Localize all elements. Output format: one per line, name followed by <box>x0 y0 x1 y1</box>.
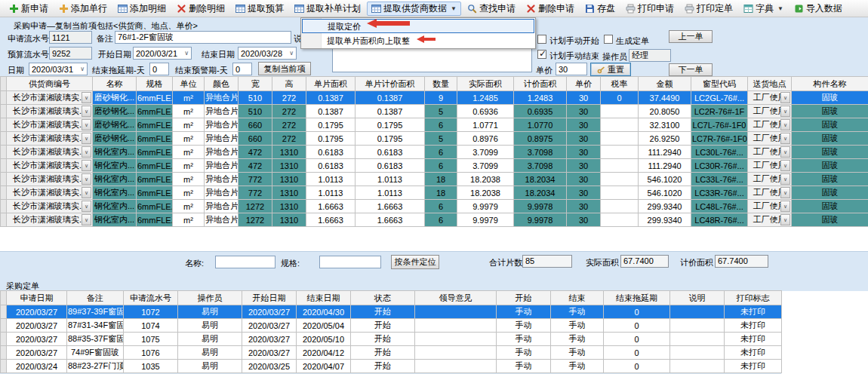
column-header-component[interactable]: 构件名称 <box>792 77 868 91</box>
chevron-down-icon[interactable]: ∨ <box>780 92 790 103</box>
column-header-start_date[interactable]: 开始日期 <box>242 291 297 305</box>
generate-order-checkbox[interactable] <box>604 35 613 44</box>
toolbar-button-extract-supplier-data[interactable]: 提取供货商数据▼ <box>367 2 461 16</box>
column-header-width[interactable]: 宽 <box>239 77 272 91</box>
manual-end-checkbox[interactable] <box>537 50 546 59</box>
column-header-tax_rate[interactable]: 税率 <box>601 77 639 91</box>
toolbar-button-add-detail[interactable]: 添加明细 <box>113 2 171 16</box>
column-header-actual_area[interactable]: 实际面积 <box>457 77 514 91</box>
filter-name-input[interactable] <box>215 256 275 268</box>
row-selector[interactable] <box>1 105 7 118</box>
cell-supplier[interactable]: 长沙市潇湘玻璃实...∨ <box>7 132 93 146</box>
chevron-down-icon[interactable]: ∨ <box>287 50 296 57</box>
column-header-unit[interactable]: 单位 <box>173 77 205 91</box>
column-header-print_flag[interactable]: 打印标志 <box>725 291 782 305</box>
row-selector[interactable] <box>1 346 7 360</box>
column-header-piece_area[interactable]: 单片面积 <box>306 77 356 91</box>
cell-supplier[interactable]: 长沙市潇湘玻璃实...∨ <box>7 173 93 186</box>
row-selector[interactable] <box>1 173 7 186</box>
menu-item-extract-pricing[interactable]: 提取定价 <box>302 19 534 33</box>
cell-delivery[interactable]: 工厂使用∨ <box>748 200 792 213</box>
row-selector[interactable] <box>1 319 7 333</box>
column-header-serial[interactable]: 申请流水号 <box>124 291 178 305</box>
cell-delivery[interactable]: 工厂使用∨ <box>748 159 792 173</box>
budget-serial-input[interactable] <box>49 47 92 60</box>
table-row[interactable]: 长沙市潇湘玻璃实...∨磨砂钢化...6mmFLE...m²异地合片660272… <box>1 132 868 146</box>
row-selector[interactable] <box>1 333 7 346</box>
column-header-req_date[interactable]: 申请日期 <box>7 291 67 305</box>
column-header-priced_area[interactable]: 计价面积 <box>514 77 567 91</box>
cell-delivery[interactable]: 工厂使用∨ <box>748 91 792 105</box>
column-header-piece_priced_area[interactable]: 单片计价面积 <box>356 77 425 91</box>
row-selector[interactable] <box>1 213 7 227</box>
chevron-down-icon[interactable]: ∨ <box>780 187 790 198</box>
toolbar-button-delete-request[interactable]: 删除申请 <box>522 2 579 16</box>
end-delay-input[interactable] <box>149 63 169 75</box>
cell-supplier[interactable]: 长沙市潇湘玻璃实...∨ <box>7 105 93 118</box>
chevron-down-icon[interactable]: ∨ <box>82 133 91 144</box>
chevron-down-icon[interactable]: ∨ <box>82 201 91 212</box>
row-selector[interactable] <box>1 118 7 132</box>
chevron-down-icon[interactable]: ∨ <box>182 50 191 57</box>
column-header-end_mode[interactable]: 结束 <box>551 291 604 305</box>
row-selector[interactable] <box>1 132 7 146</box>
chevron-down-icon[interactable]: ∨ <box>82 119 91 130</box>
row-selector[interactable] <box>1 200 7 213</box>
row-selector[interactable] <box>1 91 7 105</box>
chevron-down-icon[interactable]: ∨ <box>780 133 790 144</box>
column-header-start_mode[interactable]: 开始 <box>497 291 551 305</box>
next-order-button[interactable]: 下一单 <box>669 63 713 76</box>
filter-spec-input[interactable] <box>319 256 381 268</box>
column-header-operator[interactable]: 操作员 <box>178 291 242 305</box>
table-row[interactable]: 长沙市潇湘玻璃实...∨磨砂钢化...6mmFLE...m²异地合片660272… <box>1 118 868 132</box>
table-row[interactable]: 长沙市潇湘玻璃实...∨钢化室内...6mmFLE...m²异地合片472131… <box>1 159 868 173</box>
column-header-amount[interactable]: 金额 <box>639 77 691 91</box>
copy-current-item-button[interactable]: 复制当前项 <box>258 62 311 75</box>
column-header-height[interactable]: 高 <box>272 77 306 91</box>
chevron-down-icon[interactable]: ∨ <box>780 201 790 212</box>
column-header-remark[interactable]: 备注 <box>67 291 124 305</box>
chevron-down-icon[interactable]: ∨ <box>780 146 790 158</box>
column-header-spec[interactable]: 规格 <box>137 77 173 91</box>
chevron-down-icon[interactable]: ∨ <box>780 214 790 225</box>
chevron-down-icon[interactable]: ∨ <box>78 66 87 72</box>
column-header-leader_opinion[interactable]: 领导意见 <box>415 291 497 305</box>
chevron-down-icon[interactable]: ∨ <box>780 173 790 185</box>
table-row[interactable]: 2020/03/2774#9F窗固玻1076易明2020/03/272020/0… <box>1 346 782 360</box>
start-date-combobox[interactable]: 2020/03/21∨ <box>133 47 192 60</box>
column-header-end_delay[interactable]: 结束拖延期 <box>604 291 670 305</box>
toolbar-button-print-order[interactable]: 打印定单 <box>680 2 737 16</box>
serial-input[interactable] <box>49 31 92 44</box>
locate-by-condition-button[interactable]: 按条件定位 <box>391 255 439 269</box>
toolbar-button-dictionary[interactable]: 字典▼ <box>739 2 788 16</box>
column-header-window_code[interactable]: 窗型代码 <box>691 77 748 91</box>
column-header-qty[interactable]: 数量 <box>425 77 457 91</box>
column-header-delivery[interactable]: 送货地点 <box>748 77 792 91</box>
end-date-combobox[interactable]: 2020/03/28∨ <box>238 47 297 60</box>
cell-supplier[interactable]: 长沙市潇湘玻璃实...∨ <box>7 186 93 200</box>
table-row[interactable]: 长沙市潇湘玻璃实...∨磨砂钢化...6mmFLE...m²异地合片510272… <box>1 105 868 118</box>
row-selector[interactable] <box>1 186 7 200</box>
table-row[interactable]: 长沙市潇湘玻璃实...∨钢化室内...6mmFLE...m²异地合片472131… <box>1 146 868 159</box>
table-row[interactable]: 长沙市潇湘玻璃实...∨钢化室内...6mmFLE...m²异地合片772131… <box>1 186 868 200</box>
chevron-down-icon[interactable]: ∨ <box>82 187 91 198</box>
chevron-down-icon[interactable]: ∨ <box>780 119 790 130</box>
cell-supplier[interactable]: 长沙市潇湘玻璃实...∨ <box>7 159 93 173</box>
table-row[interactable]: 长沙市潇湘玻璃实...∨磨砂钢化...6mmFLE...m²异地合片510272… <box>1 91 868 105</box>
table-row[interactable]: 长沙市潇湘玻璃实...∨钢化室内...6mmFLE...m²异地合片127213… <box>1 200 868 213</box>
cell-delivery[interactable]: 工厂使用∨ <box>748 213 792 227</box>
chevron-down-icon[interactable]: ∨ <box>82 92 91 103</box>
end-warning-input[interactable] <box>232 63 252 75</box>
row-selector[interactable] <box>1 360 7 373</box>
cell-delivery[interactable]: 工厂使用∨ <box>748 118 792 132</box>
toolbar-button-delete-detail[interactable]: 删除明细 <box>172 2 229 16</box>
column-header-unit_price[interactable]: 单价 <box>567 77 601 91</box>
table-row[interactable]: 2020/03/2789#37-39F窗固玻1072易明2020/03/2720… <box>1 305 782 319</box>
cell-delivery[interactable]: 工厂使用∨ <box>748 173 792 186</box>
chevron-down-icon[interactable]: ∨ <box>82 214 91 225</box>
chevron-down-icon[interactable]: ∨ <box>82 160 91 171</box>
row-selector[interactable] <box>1 159 7 173</box>
cell-supplier[interactable]: 长沙市潇湘玻璃实...∨ <box>7 213 93 227</box>
cell-supplier[interactable]: 长沙市潇湘玻璃实...∨ <box>7 146 93 159</box>
toolbar-button-extract-budget[interactable]: 提取预算 <box>231 2 288 16</box>
